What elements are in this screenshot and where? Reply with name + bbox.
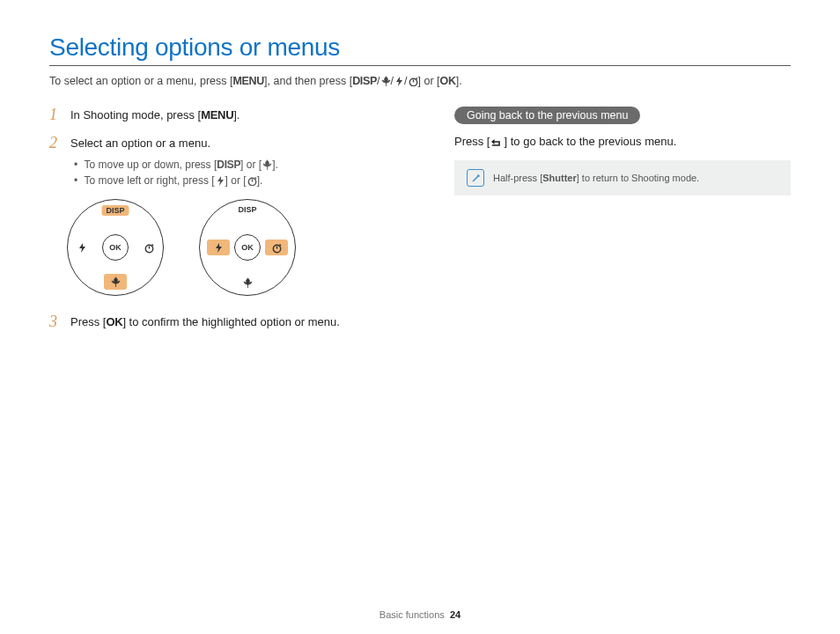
note-icon xyxy=(467,169,484,187)
key-disp: DISP xyxy=(217,158,240,171)
timer-icon xyxy=(265,240,288,255)
left-column: 1 In Shooting mode, press [MENU]. 2 Sele… xyxy=(49,107,428,342)
right-column: Going back to the previous menu Press []… xyxy=(454,107,791,342)
flash-icon xyxy=(207,240,230,255)
back-icon xyxy=(490,136,504,147)
key-ok: OK xyxy=(106,315,122,328)
key-shutter: Shutter xyxy=(542,173,577,183)
back-instruction: Press [] to go back to the previous menu… xyxy=(454,135,791,148)
page-title: Selecting options or menus xyxy=(49,33,791,66)
timer-icon xyxy=(408,76,418,86)
sub-bullet: To move up or down, press [DISP] or []. xyxy=(70,157,278,173)
macro-icon xyxy=(262,159,272,170)
key-ok: OK xyxy=(440,75,456,87)
intro-text: To select an option or a menu, press [ME… xyxy=(49,75,791,87)
flash-icon xyxy=(394,76,404,86)
dial-disp-label: DISP xyxy=(101,205,129,216)
dial-diagrams: DISP OK DISP OK xyxy=(67,199,428,296)
step-3: 3 Press [OK] to confirm the highlighted … xyxy=(49,313,428,331)
key-disp: DISP xyxy=(352,75,377,87)
step-number: 2 xyxy=(49,135,63,189)
timer-icon xyxy=(247,175,257,186)
macro-icon xyxy=(380,76,391,86)
step-1: 1 In Shooting mode, press [MENU]. xyxy=(49,107,428,124)
sub-bullet: To move left or right, press [] or []. xyxy=(70,173,278,188)
page-footer: Basic functions 24 xyxy=(0,609,840,620)
step-number: 1 xyxy=(49,107,63,124)
dial-ok: OK xyxy=(234,234,261,261)
timer-icon xyxy=(142,240,156,254)
key-menu: MENU xyxy=(201,108,233,122)
step-number: 3 xyxy=(49,313,63,331)
key-menu: MENU xyxy=(232,75,264,87)
section-pill: Going back to the previous menu xyxy=(454,107,640,124)
dial-disp-label: DISP xyxy=(238,205,256,214)
dial-vertical: DISP OK xyxy=(67,199,164,296)
note-box: Half-press [Shutter] to return to Shooti… xyxy=(454,160,791,195)
dial-horizontal: DISP OK xyxy=(199,199,296,296)
flash-icon xyxy=(215,175,225,186)
macro-icon xyxy=(240,276,254,290)
step-2: 2 Select an option or a menu. To move up… xyxy=(49,135,428,189)
flash-icon xyxy=(75,240,89,254)
dial-ok: OK xyxy=(102,234,129,261)
macro-icon xyxy=(104,274,127,290)
